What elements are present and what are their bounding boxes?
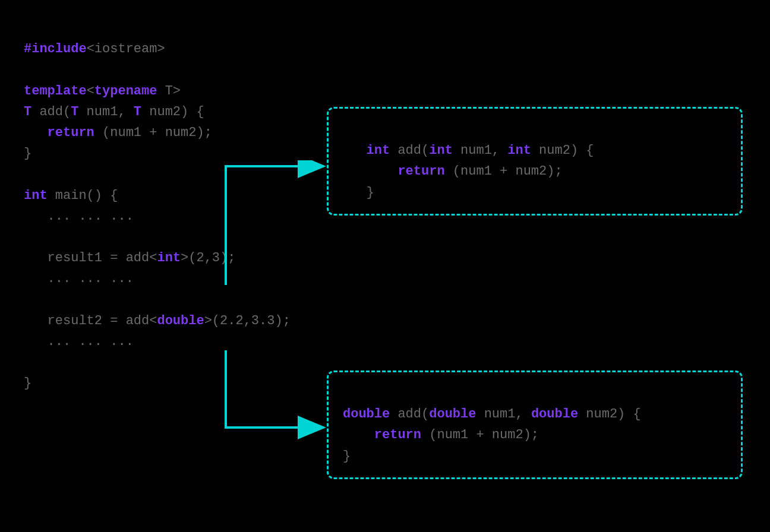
return-type: double (343, 407, 390, 422)
fn-name: add( (390, 143, 429, 158)
main-sig: main() { (48, 188, 118, 203)
int-kw: int (24, 188, 48, 203)
param-name: num1, (476, 407, 531, 422)
code-line: template<typename T> (24, 84, 181, 99)
param-name: num1, (78, 104, 133, 119)
include-directive: #include (24, 42, 87, 56)
ellipsis-line: ... ... ... (24, 271, 134, 286)
return-expr: (num1 + num2); (421, 428, 539, 442)
param-name: num2) { (531, 143, 594, 158)
param-name: num2) { (141, 104, 204, 119)
return-kw: return (48, 125, 94, 140)
main-code-block: #include<iostream> template<typename T> … (24, 18, 291, 394)
param-name: num1, (453, 143, 507, 158)
template-arg-int: int (157, 251, 181, 265)
code-line: } (24, 376, 31, 391)
return-kw: return (397, 164, 444, 179)
code-line: T add(T num1, T num2) { (24, 104, 204, 119)
fn-name: add( (31, 104, 71, 119)
param-type: double (429, 407, 476, 422)
code-line: return (num1 + num2); (343, 164, 563, 179)
param-type: double (531, 407, 578, 422)
param-type: T (71, 104, 78, 119)
angle-close: > (173, 84, 181, 99)
int-instantiation-box: int add(int num1, int num2) { return (nu… (327, 107, 743, 216)
call-post: >(2,3); (181, 251, 235, 265)
call-pre: result1 = add< (24, 251, 157, 265)
include-header: <iostream> (87, 42, 165, 56)
code-line: int main() { (24, 188, 118, 203)
return-kw: return (374, 428, 421, 442)
code-line: #include<iostream> (24, 42, 165, 56)
return-expr: (num1 + num2); (445, 164, 563, 179)
template-arg-double: double (157, 314, 204, 328)
code-line: } (343, 185, 374, 200)
param-type: int (429, 143, 453, 158)
code-line: return (num1 + num2); (343, 428, 539, 442)
code-line: result2 = add<double>(2.2,3.3); (24, 314, 291, 328)
ellipsis-line: ... ... ... (24, 209, 134, 224)
call-post: >(2.2,3.3); (204, 314, 291, 328)
code-line: } (24, 146, 31, 161)
param-name: num2) { (578, 407, 641, 422)
typename-kw: typename (94, 84, 157, 99)
return-type: int (367, 143, 390, 158)
code-line: return (num1 + num2); (24, 125, 212, 140)
code-line: int add(int num1, int num2) { (343, 143, 594, 158)
type-param: T (157, 84, 172, 99)
template-kw: template (24, 84, 87, 99)
code-line: } (343, 449, 351, 464)
call-pre: result2 = add< (24, 314, 157, 328)
param-type: int (507, 143, 531, 158)
code-line: double add(double num1, double num2) { (343, 407, 641, 422)
code-line: result1 = add<int>(2,3); (24, 251, 235, 265)
return-expr: (num1 + num2); (94, 125, 212, 140)
return-type: T (24, 104, 31, 119)
param-type: T (134, 104, 141, 119)
angle-open: < (87, 84, 94, 99)
ellipsis-line: ... ... ... (24, 334, 134, 349)
fn-name: add( (390, 407, 429, 422)
double-instantiation-box: double add(double num1, double num2) { r… (327, 370, 743, 479)
